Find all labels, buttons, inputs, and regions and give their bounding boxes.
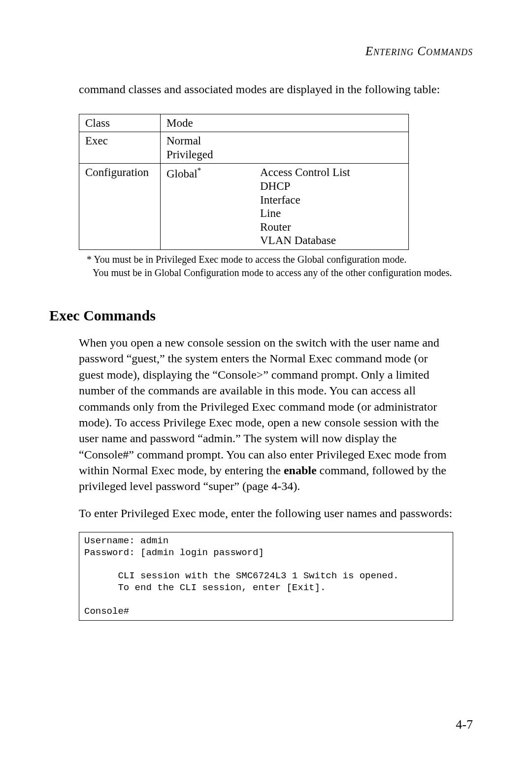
cell-class-configuration: Configuration xyxy=(79,164,161,250)
exec-paragraph-1: When you open a new console session on t… xyxy=(79,335,453,494)
command-modes-table: Class Mode Exec Normal Privileged Config… xyxy=(79,114,409,250)
mode-acl: Access Control List xyxy=(260,166,350,179)
cell-mode-exec: Normal Privileged xyxy=(161,132,409,164)
exec-paragraph-2: To enter Privileged Exec mode, enter the… xyxy=(79,505,453,521)
console-output: Username: admin Password: [admin login p… xyxy=(79,532,453,621)
page-content: command classes and associated modes are… xyxy=(79,81,453,621)
table-row: Exec Normal Privileged xyxy=(79,132,409,164)
mode-router: Router xyxy=(260,220,350,234)
mode-line: Line xyxy=(260,207,350,220)
mode-privileged: Privileged xyxy=(166,148,403,162)
mode-dhcp: DHCP xyxy=(260,179,350,193)
table-header-row: Class Mode xyxy=(79,114,409,132)
intro-paragraph: command classes and associated modes are… xyxy=(79,81,453,98)
cell-class-exec: Exec xyxy=(79,132,161,164)
mode-vlan: VLAN Database xyxy=(260,234,350,247)
cell-mode-configuration: Global* Access Control List DHCP Interfa… xyxy=(161,164,409,250)
footnote-star-icon: * xyxy=(87,254,92,265)
th-mode: Mode xyxy=(161,114,409,132)
page-number: 4-7 xyxy=(456,717,473,732)
table-row: Configuration Global* Access Control Lis… xyxy=(79,164,409,250)
running-header: Entering Commands xyxy=(366,44,473,58)
mode-normal: Normal xyxy=(166,134,403,148)
mode-interface: Interface xyxy=(260,193,350,207)
asterisk-icon: * xyxy=(198,166,201,175)
bold-enable: enable xyxy=(284,464,317,477)
mode-global: Global* xyxy=(166,166,235,180)
section-heading-exec-commands: Exec Commands xyxy=(49,307,453,324)
table-footnote: * You must be in Privileged Exec mode to… xyxy=(87,253,453,280)
th-class: Class xyxy=(79,114,161,132)
